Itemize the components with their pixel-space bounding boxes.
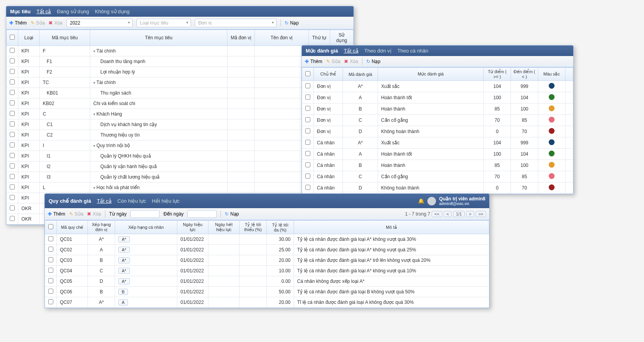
caret-icon[interactable]: ▾ xyxy=(93,81,95,85)
tab-active[interactable]: Đang sử dụng xyxy=(57,9,89,14)
table-row[interactable]: Đơn vị A* Xuất sắc 104 999 xyxy=(302,81,573,92)
table-row[interactable]: QC03 B A* 01/01/2022 20.00 Tỷ lệ cá nhân… xyxy=(45,255,489,266)
table-row[interactable]: Cá nhân D Không hoàn thành 0 70 xyxy=(302,182,573,194)
pager-prev[interactable]: < xyxy=(444,211,452,217)
select-all-checkbox[interactable] xyxy=(305,71,310,76)
row-checkbox[interactable] xyxy=(48,257,53,262)
col-header[interactable] xyxy=(7,30,18,46)
col-header[interactable]: Ngày hết hiệu lực xyxy=(208,221,240,234)
row-checkbox[interactable] xyxy=(305,83,310,88)
row-checkbox[interactable] xyxy=(10,121,15,126)
col-header[interactable]: Đến điểm ( < ) xyxy=(511,68,538,81)
col-header[interactable]: Tỷ lệ tối thiểu (%) xyxy=(240,221,267,234)
rank-tag[interactable]: A* xyxy=(118,278,130,284)
row-checkbox[interactable] xyxy=(48,278,53,283)
row-checkbox[interactable] xyxy=(48,268,53,273)
row-checkbox[interactable] xyxy=(10,111,15,116)
add-button[interactable]: ✚Thêm xyxy=(48,211,65,217)
reload-button[interactable]: ↻Nạp xyxy=(225,211,239,217)
row-checkbox[interactable] xyxy=(305,162,310,167)
tab-unit[interactable]: Theo đơn vị xyxy=(364,48,392,54)
caret-icon[interactable]: ▾ xyxy=(93,49,95,53)
col-header[interactable]: Mức đánh giá xyxy=(378,68,484,81)
rank-tag[interactable]: A* xyxy=(118,257,130,263)
col-header[interactable]: Mã mục tiêu xyxy=(40,30,90,46)
row-checkbox[interactable] xyxy=(48,299,53,304)
tab-inactive[interactable]: Không sử dụng xyxy=(95,9,130,14)
add-button[interactable]: ✚Thêm xyxy=(9,20,27,26)
delete-button[interactable]: ✖Xóa xyxy=(344,59,358,64)
edit-button[interactable]: ✎Sửa xyxy=(31,20,45,26)
row-checkbox[interactable] xyxy=(305,140,310,145)
col-header[interactable]: Mã quy chế xyxy=(57,221,88,234)
delete-button[interactable]: ✖Xóa xyxy=(87,211,101,217)
avatar[interactable] xyxy=(427,197,436,205)
row-checkbox[interactable] xyxy=(48,289,53,294)
row-checkbox[interactable] xyxy=(305,106,310,111)
table-row[interactable]: QC06 B B 01/01/2022 50.00 Tỷ lệ cá nhân … xyxy=(45,287,489,297)
row-checkbox[interactable] xyxy=(10,142,15,147)
col-header[interactable]: Thứ tự xyxy=(309,30,330,46)
rank-tag[interactable]: A* xyxy=(118,268,130,274)
col-header[interactable] xyxy=(302,68,314,81)
row-checkbox[interactable] xyxy=(10,69,15,74)
year-select[interactable]: 2022 xyxy=(66,19,133,27)
col-header[interactable]: Mã đơn vị xyxy=(228,30,255,46)
row-checkbox[interactable] xyxy=(305,128,310,133)
col-header[interactable]: Xếp hạng cá nhân xyxy=(115,221,177,234)
rank-tag[interactable]: B xyxy=(118,289,128,295)
row-checkbox[interactable] xyxy=(10,153,15,158)
caret-icon[interactable]: ▾ xyxy=(93,144,95,148)
rank-tag[interactable]: A xyxy=(118,299,128,305)
delete-button[interactable]: ✖Xóa xyxy=(49,20,62,26)
table-row[interactable]: Cá nhân A* Xuất sắc 104 999 xyxy=(302,137,573,149)
type-select[interactable]: Loại mục tiêu xyxy=(136,19,191,27)
row-checkbox[interactable] xyxy=(10,132,15,137)
table-row[interactable]: Cá nhân A Hoàn thành tốt 100 104 xyxy=(302,149,573,160)
unit-select[interactable]: Đơn vị xyxy=(195,19,276,27)
col-header[interactable]: Xếp hạng đơn vị xyxy=(88,221,115,234)
col-header[interactable]: Chủ thể xyxy=(314,68,343,81)
col-header[interactable]: Loại xyxy=(18,30,40,46)
table-row[interactable]: QC04 C A* 01/01/2022 10.00 Tỷ lệ cá nhân… xyxy=(45,266,489,276)
row-checkbox[interactable] xyxy=(10,195,15,200)
table-row[interactable]: Đơn vị D Không hoàn thành 0 70 xyxy=(302,126,573,137)
row-checkbox[interactable] xyxy=(10,184,15,189)
table-row[interactable]: QC01 A* A* 01/01/2022 30.00 Tỷ lệ cá nhâ… xyxy=(45,234,489,245)
row-checkbox[interactable] xyxy=(305,95,310,100)
col-header[interactable]: Mã đánh giá xyxy=(343,68,378,81)
row-checkbox[interactable] xyxy=(10,48,15,53)
rank-tag[interactable]: A* xyxy=(118,236,130,242)
col-header[interactable]: Tên mục tiêu xyxy=(90,30,228,46)
row-checkbox[interactable] xyxy=(305,174,310,179)
table-row[interactable]: QC02 A A* 01/01/2022 25.00 Tỷ lệ cá nhân… xyxy=(45,245,489,255)
col-header[interactable] xyxy=(45,221,57,234)
to-date-input[interactable] xyxy=(187,210,217,218)
add-button[interactable]: ✚Thêm xyxy=(305,59,322,64)
row-checkbox[interactable] xyxy=(10,163,15,168)
tab-person[interactable]: Theo cá nhân xyxy=(397,48,429,54)
table-row[interactable]: QC07 A* A 01/01/2022 20.00 Tỉ lệ cá nhân… xyxy=(45,297,489,308)
table-row[interactable]: Đơn vị A Hoàn thành tốt 100 104 xyxy=(302,92,573,103)
row-checkbox[interactable] xyxy=(48,247,53,252)
col-header[interactable]: Mô tả xyxy=(294,221,489,234)
col-header[interactable]: Tỷ lệ tối đa (%) xyxy=(267,221,294,234)
select-all-checkbox[interactable] xyxy=(48,224,53,229)
row-checkbox[interactable] xyxy=(10,90,15,95)
col-header[interactable]: Ngày hiệu lực xyxy=(177,221,208,234)
pager-last[interactable]: >> xyxy=(476,211,486,217)
edit-button[interactable]: ✎Sửa xyxy=(69,211,84,217)
bell-icon[interactable]: 🔔 xyxy=(418,198,424,204)
row-checkbox[interactable] xyxy=(10,205,15,210)
row-checkbox[interactable] xyxy=(10,100,15,105)
table-row[interactable]: Cá nhân B Hoàn thành 85 100 xyxy=(302,160,573,171)
user-block[interactable]: 🔔 Quản trị viên admin8 admin8@ooc.vn xyxy=(418,196,485,206)
tab-expired[interactable]: Hết hiệu lực xyxy=(152,198,180,204)
row-checkbox[interactable] xyxy=(10,174,15,179)
pager-first[interactable]: << xyxy=(432,211,442,217)
row-checkbox[interactable] xyxy=(10,79,15,84)
reload-button[interactable]: ↻Nạp xyxy=(366,59,380,64)
pager-next[interactable]: > xyxy=(466,211,474,217)
table-row[interactable]: Đơn vị B Hoàn thành 85 100 xyxy=(302,103,573,115)
table-row[interactable]: QC05 D A* 01/01/2022 0.00 Cá nhân không … xyxy=(45,276,489,287)
